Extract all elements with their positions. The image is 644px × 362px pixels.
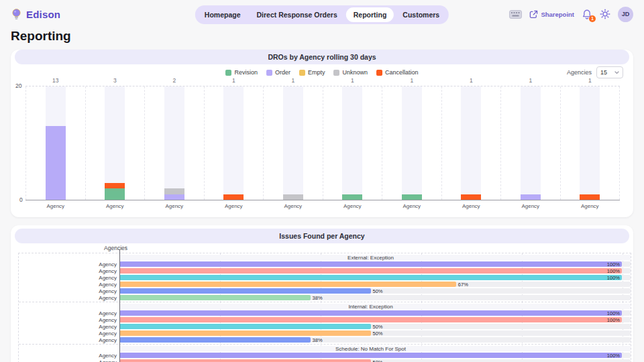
legend-swatch [225, 70, 231, 76]
chart2-bar [119, 337, 311, 343]
chart2-bar-track: 67% [119, 282, 631, 287]
chart2-header-track: Internal: Exception [119, 304, 631, 309]
chart2-bar-row: Agency38% [19, 294, 631, 301]
chart2-agency-label: Agency [19, 353, 119, 359]
chart2-bar-row: Agency50% [19, 288, 631, 294]
bar-segment-revision [342, 194, 362, 200]
settings-button[interactable] [600, 9, 610, 19]
chart1-column: 1Agency [561, 86, 621, 200]
sharepoint-label: Sharepoint [541, 11, 574, 18]
chart1-column: 1Agency [323, 86, 383, 200]
legend-item-unknown: Unknown [333, 69, 368, 76]
chart2-bar [119, 268, 622, 274]
chart2-bar [119, 261, 622, 267]
chart2-group-title: Internal: Exception [119, 304, 622, 310]
nav-item-customers[interactable]: Customers [395, 7, 447, 22]
chart2-bar [119, 282, 456, 287]
top-actions: Sharepoint 1 [509, 7, 633, 22]
dros-chart-card: DROs by Agency rolling 30 days RevisionO… [11, 50, 633, 217]
chart2-bar-track: 38% [119, 295, 631, 300]
chart1-ytick-top: 20 [15, 82, 21, 89]
chart2-bar-track: 50% [119, 324, 631, 329]
chart2-group-title: External: Exception [119, 255, 622, 261]
bar-segment-order [521, 194, 541, 200]
issues-chart-card: Issues Found per Agency Agencies Externa… [11, 225, 633, 362]
legend-label: Empty [308, 69, 325, 76]
chart2-bar-row: Agency100% [19, 310, 631, 316]
chart2-agency-label: Agency [19, 288, 119, 294]
app-title: Edison [26, 9, 60, 20]
external-link-icon [529, 10, 538, 19]
bar-segment-order [164, 194, 184, 200]
chart1-column: 1Agency [442, 86, 502, 200]
legend-item-cancellation: Cancellation [376, 69, 419, 76]
chart2-bar [119, 359, 371, 362]
chart1-bar-stack [402, 86, 422, 200]
chart1-xlabel: Agency [86, 203, 145, 209]
chart2-header-track: Schedule: No Match For Spot [119, 346, 631, 351]
legend-swatch [376, 70, 382, 76]
chart2-group-header-row: Internal: Exception [19, 303, 631, 310]
chart2-bar-row: Agency100% [19, 274, 631, 281]
chart2-group-header-row: External: Exception [19, 254, 631, 261]
chart2-group: Internal: ExceptionAgency100%Agency100%A… [19, 302, 631, 345]
chart1-legend: RevisionOrderEmptyUnknownCancellation [225, 69, 418, 76]
nav-item-direct-response-orders[interactable]: Direct Response Orders [250, 7, 345, 22]
chart2-groups: External: ExceptionAgency100%Agency100%A… [19, 253, 631, 362]
agencies-filter-label: Agencies [567, 69, 592, 76]
brand[interactable]: Edison [11, 8, 60, 21]
chart2-group-header-row: Schedule: No Match For Spot [19, 345, 631, 352]
chart2-agency-label: Agency [19, 268, 119, 274]
chart2-percent-label: 38% [313, 295, 323, 301]
chart1-column: 1Agency [382, 86, 442, 200]
notifications-button[interactable]: 1 [582, 9, 592, 20]
bar-segment-unknown [164, 188, 184, 194]
chart2-agency-label: Agency [19, 337, 119, 343]
nav-item-reporting[interactable]: Reporting [346, 7, 394, 22]
chart2-bar-row: Agency100% [19, 261, 631, 267]
chart2-bar-track: 50% [119, 288, 631, 294]
legend-label: Order [275, 69, 290, 76]
chart2-bar-track: 50% [119, 330, 631, 336]
main-nav: HomepageDirect Response OrdersReportingC… [195, 5, 449, 24]
chart2-percent-label: 100% [607, 261, 620, 267]
chart1-total-label: 3 [86, 77, 145, 84]
chart2-bar-track: 100% [119, 275, 631, 280]
chart1-xlabel: Agency [323, 203, 382, 209]
chart2-bar-row: Agency38% [19, 337, 631, 343]
page-title: Reporting [11, 29, 644, 44]
chart1-xlabel: Agency [145, 203, 204, 209]
sharepoint-link[interactable]: Sharepoint [529, 10, 574, 19]
chart2-percent-label: 100% [607, 310, 620, 316]
chart2-percent-label: 50% [373, 359, 383, 362]
chart2-agency-label: Agency [19, 261, 119, 267]
chevron-down-icon [614, 71, 619, 74]
chart2-percent-label: 100% [607, 268, 620, 274]
chart1-column: 1Agency [264, 86, 323, 200]
chart2-title: Issues Found per Agency [15, 229, 629, 243]
chart1-xlabel: Agency [501, 203, 560, 209]
chart2-bar [119, 288, 371, 294]
lightbulb-logo-icon [11, 8, 22, 21]
nav-item-homepage[interactable]: Homepage [197, 7, 248, 22]
chart1-xlabel: Agency [442, 203, 501, 209]
chart2-percent-label: 50% [373, 330, 383, 337]
chart1-ytick-bottom: 0 [19, 196, 23, 203]
chart2-bar-row: Agency50% [19, 323, 631, 330]
keyboard-icon[interactable] [509, 10, 522, 19]
chart1-total-label: 1 [442, 77, 501, 84]
bar-segment-cancellation [461, 194, 481, 200]
chart2-group: Schedule: No Match For SpotAgency100%Age… [19, 345, 631, 362]
chart1-bar-stack [164, 86, 184, 200]
chart2-bar [119, 310, 622, 316]
chart1-bar-stack [342, 86, 362, 200]
chart2-plot: External: ExceptionAgency100%Agency100%A… [18, 253, 631, 362]
chart1-total-label: 2 [145, 77, 204, 84]
avatar[interactable]: JD [618, 7, 633, 22]
chart2-bar-track: 100% [119, 353, 631, 358]
chart2-percent-label: 50% [373, 324, 383, 330]
chart1-total-label: 1 [501, 77, 560, 84]
bar-segment-order [46, 126, 66, 200]
legend-item-order: Order [266, 69, 290, 76]
chart2-bar-track: 100% [119, 268, 631, 274]
